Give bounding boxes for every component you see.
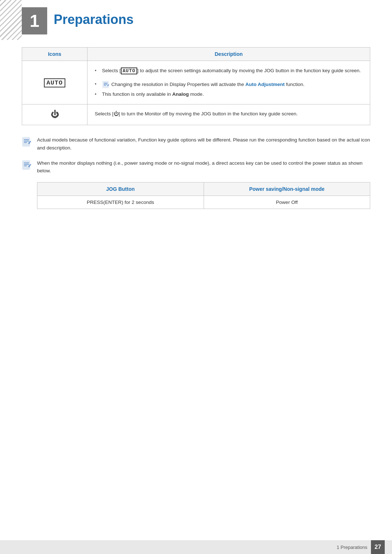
auto-adjustment-text: Auto Adjustment bbox=[245, 81, 285, 87]
power-icon: ⏻ bbox=[51, 110, 59, 119]
table-row-auto: AUTO Selects [AUTO] to adjust the screen… bbox=[22, 61, 370, 104]
jog-col1-value: PRESS(ENTER) for 2 seconds bbox=[37, 196, 204, 209]
auto-desc-cell: Selects [AUTO] to adjust the screen sett… bbox=[87, 61, 370, 104]
note-icon-inline bbox=[102, 81, 110, 89]
col-description-header: Description bbox=[87, 48, 370, 61]
note-row-2: When the monitor displays nothing (i.e.,… bbox=[22, 159, 370, 175]
power-desc-cell: Selects [⏻] to turn the Monitor off by m… bbox=[87, 104, 370, 125]
jog-col2-value: Power Off bbox=[204, 196, 370, 209]
auto-bullet-list-2: Changing the resolution in Display Prope… bbox=[95, 79, 363, 99]
top-decoration bbox=[0, 0, 22, 40]
svg-rect-0 bbox=[103, 81, 109, 88]
footer-section-label: 1 Preparations bbox=[336, 545, 367, 550]
jog-col2-header: Power saving/Non-signal mode bbox=[204, 182, 370, 196]
table-row-power: ⏻ Selects [⏻] to turn the Monitor off by… bbox=[22, 104, 370, 125]
note-text-2: When the monitor displays nothing (i.e.,… bbox=[37, 159, 370, 175]
note-icon-1 bbox=[22, 137, 32, 147]
auto-bracket-text: AUTO bbox=[121, 67, 137, 74]
chapter-number: 1 bbox=[22, 7, 47, 34]
auto-desc-item-1: Selects [AUTO] to adjust the screen sett… bbox=[95, 66, 363, 76]
note-icon-wrap-2 bbox=[22, 160, 32, 171]
analog-text: Analog bbox=[172, 91, 189, 97]
power-icon-cell: ⏻ bbox=[22, 104, 87, 125]
main-content: Icons Description AUTO Selects [AUTO] to… bbox=[22, 47, 370, 209]
jog-table: JOG Button Power saving/Non-signal mode … bbox=[37, 182, 370, 209]
col-icons-header: Icons bbox=[22, 48, 87, 61]
icons-table: Icons Description AUTO Selects [AUTO] to… bbox=[22, 47, 370, 125]
note-icon-wrap-1 bbox=[22, 137, 32, 148]
auto-desc-item-3: This function is only available in Analo… bbox=[95, 90, 363, 99]
auto-bullet-list: Selects [AUTO] to adjust the screen sett… bbox=[95, 66, 363, 76]
footer-page-number: 27 bbox=[371, 540, 385, 554]
svg-rect-11 bbox=[23, 161, 30, 169]
power-bracket-icon: ⏻ bbox=[114, 111, 119, 116]
auto-icon-cell: AUTO bbox=[22, 61, 87, 104]
inline-note-wrap bbox=[102, 81, 110, 89]
notes-section: Actual models because of functional vari… bbox=[22, 136, 370, 209]
auto-desc-item-2: Changing the resolution in Display Prope… bbox=[95, 79, 363, 90]
note-row-1: Actual models because of functional vari… bbox=[22, 136, 370, 152]
jog-table-row: PRESS(ENTER) for 2 seconds Power Off bbox=[37, 196, 370, 209]
chapter-title: Preparations bbox=[54, 12, 134, 27]
note-text-1: Actual models because of functional vari… bbox=[37, 136, 370, 152]
svg-rect-5 bbox=[23, 138, 30, 146]
power-description: Selects [⏻] to turn the Monitor off by m… bbox=[95, 110, 363, 118]
auto-icon: AUTO bbox=[44, 78, 65, 87]
footer: 1 Preparations 27 bbox=[0, 540, 392, 554]
note-icon-2 bbox=[22, 160, 32, 170]
jog-col1-header: JOG Button bbox=[37, 182, 204, 196]
